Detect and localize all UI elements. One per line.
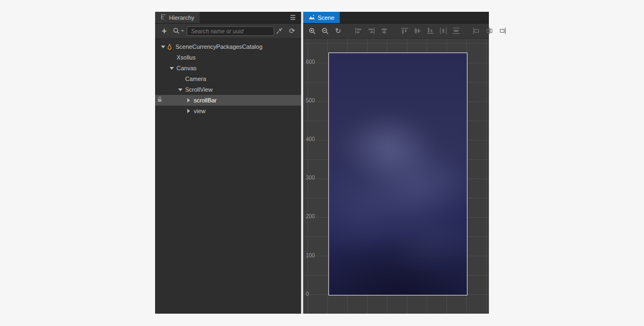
search-input[interactable] xyxy=(187,26,274,36)
tree-item-label: Camera xyxy=(185,76,206,82)
tree-item-label: ScrollView xyxy=(185,86,213,93)
stretch-vertical-icon[interactable] xyxy=(485,26,494,36)
reset-view-icon[interactable]: ↻ xyxy=(333,26,343,36)
stretch-both-icon[interactable] xyxy=(497,26,507,36)
flame-icon xyxy=(167,43,172,50)
search-icon xyxy=(171,26,181,36)
expander-spacer xyxy=(168,54,175,61)
stretch-horizontal-icon[interactable] xyxy=(472,26,481,36)
ruler-label: 200 xyxy=(306,213,315,220)
hierarchy-panel: Hierarchy ☰ + ▾ ⟳ xyxy=(155,12,301,314)
ruler-label: 400 xyxy=(306,136,315,143)
align-bottom-icon[interactable] xyxy=(426,26,435,36)
ruler-label: 100 xyxy=(306,252,315,260)
align-horizontal-center-icon[interactable] xyxy=(379,26,389,36)
tab-scene[interactable]: Scene xyxy=(303,12,340,23)
scene-panel: Scene ↻ xyxy=(303,12,489,314)
align-top-icon[interactable] xyxy=(400,26,409,36)
align-vertical-center-icon[interactable] xyxy=(413,26,422,36)
hierarchy-menu-icon[interactable]: ☰ xyxy=(284,12,301,23)
tab-hierarchy-label: Hierarchy xyxy=(169,14,194,21)
chevron-down-icon: ▾ xyxy=(181,28,184,33)
scene-tab-bar: Scene xyxy=(303,12,489,24)
tree-item-label: scrollBar xyxy=(194,97,217,103)
expander-icon[interactable] xyxy=(185,97,192,104)
zoom-in-icon[interactable] xyxy=(308,26,317,36)
tree-item-label: view xyxy=(194,108,206,114)
zoom-out-icon[interactable] xyxy=(320,26,330,36)
hierarchy-toolbar: + ▾ ⟳ xyxy=(155,24,301,39)
scene-viewport[interactable]: 600 500 400 300 200 100 0 xyxy=(303,39,489,314)
ruler-label: 600 xyxy=(306,58,315,66)
expander-icon[interactable] xyxy=(185,108,192,115)
tab-hierarchy[interactable]: Hierarchy xyxy=(155,12,200,23)
tree-item-label: Canvas xyxy=(177,65,196,71)
distribute-horizontal-icon[interactable] xyxy=(438,26,448,36)
tree-item-label: SceneCurrencyPackagesCatalog xyxy=(175,43,262,50)
tree-item-view[interactable]: view xyxy=(155,106,301,116)
scene-canvas-preview[interactable] xyxy=(328,53,467,295)
search-filter-dropdown[interactable]: ▾ xyxy=(171,26,184,36)
tab-scene-label: Scene xyxy=(318,14,334,21)
lock-icon[interactable] xyxy=(157,97,162,102)
scene-toolbar: ↻ xyxy=(303,24,489,39)
tree-item-label: Xsollus xyxy=(177,54,195,61)
tabbar-spacer xyxy=(200,12,284,23)
hierarchy-tab-bar: Hierarchy ☰ xyxy=(155,12,301,24)
tree-item-canvas[interactable]: Canvas xyxy=(155,63,301,73)
tree-item-camera[interactable]: Camera xyxy=(155,73,301,84)
expander-icon[interactable] xyxy=(177,86,184,93)
tree-item-scene-root[interactable]: SceneCurrencyPackagesCatalog xyxy=(155,41,301,52)
expander-icon[interactable] xyxy=(168,65,175,72)
tree-item-xsollus[interactable]: Xsollus xyxy=(155,52,301,63)
align-right-icon[interactable] xyxy=(367,26,376,36)
distribute-vertical-icon[interactable] xyxy=(451,26,461,36)
hierarchy-tree-icon xyxy=(160,14,166,21)
scene-image-icon xyxy=(309,14,315,21)
add-node-button[interactable]: + xyxy=(159,26,169,36)
editor-window: Hierarchy ☰ + ▾ ⟳ xyxy=(155,12,489,314)
tree-item-scrollbar[interactable]: scrollBar xyxy=(155,95,301,106)
expander-spacer xyxy=(177,76,184,83)
hierarchy-tree: SceneCurrencyPackagesCatalog Xsollus Can… xyxy=(155,39,301,314)
expander-icon[interactable] xyxy=(159,43,166,50)
scene-canvas-image xyxy=(328,53,467,295)
ruler-label: 0 xyxy=(306,291,309,298)
refresh-icon[interactable]: ⟳ xyxy=(287,26,297,36)
collapse-all-icon[interactable] xyxy=(274,26,284,36)
ruler-label: 500 xyxy=(306,97,315,105)
tree-item-scrollview[interactable]: ScrollView xyxy=(155,84,301,95)
ruler-label: 300 xyxy=(306,174,315,182)
align-left-icon[interactable] xyxy=(354,26,363,36)
